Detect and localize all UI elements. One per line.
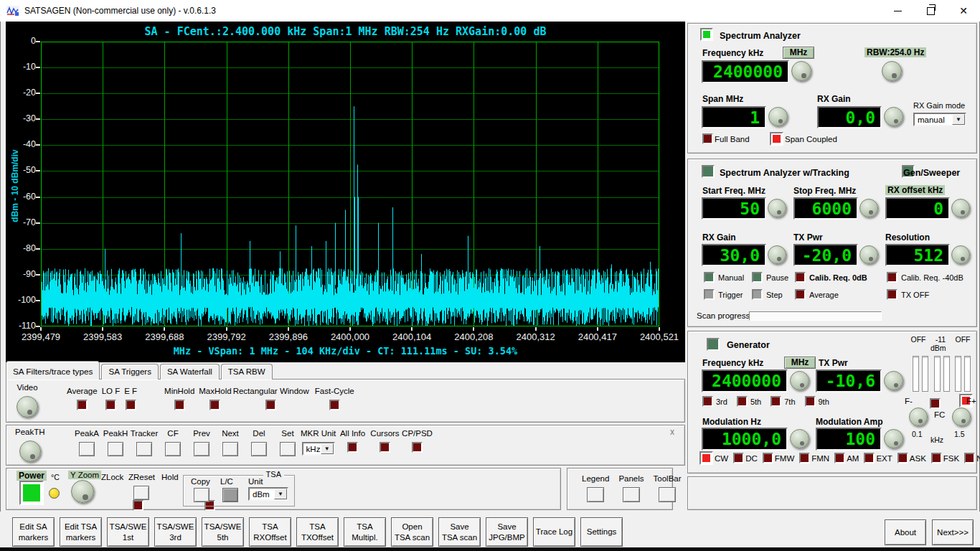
chevron-down-icon[interactable]: ▼: [274, 489, 287, 499]
panel-close-button[interactable]: x: [670, 427, 674, 437]
rx-offset-display[interactable]: 0: [885, 197, 950, 220]
modulation-led[interactable]: [897, 453, 908, 463]
modulation-checkbox[interactable]: NPR: [964, 453, 980, 463]
view-toggle-button[interactable]: [623, 487, 640, 502]
marker-button[interactable]: [194, 442, 209, 456]
toolbar-button[interactable]: Edit TSA markers: [60, 517, 102, 547]
filter-checkbox[interactable]: E F: [124, 387, 137, 410]
tab[interactable]: SA Waterfall: [160, 364, 220, 380]
marker-button[interactable]: [79, 442, 95, 456]
harmonic-checkbox[interactable]: 9th: [805, 396, 829, 407]
power-button[interactable]: [19, 481, 44, 505]
tsa-mode-checkbox[interactable]: TX OFF: [887, 289, 971, 300]
toolbar-right-button[interactable]: About: [885, 519, 926, 545]
gen-mhz-button[interactable]: MHz: [784, 357, 816, 369]
filter-checkbox[interactable]: MinHold: [164, 387, 194, 410]
f-minus-led[interactable]: [930, 398, 941, 409]
filter-led[interactable]: [126, 400, 136, 410]
marker-button[interactable]: [165, 442, 181, 456]
harmonic-led[interactable]: [805, 396, 816, 407]
harmonic-checkbox[interactable]: 5th: [737, 396, 761, 407]
spectrum-plot[interactable]: [41, 42, 659, 326]
span-coupled-led[interactable]: [770, 132, 783, 146]
frequency-mhz-button[interactable]: MHz: [783, 47, 814, 59]
tsa-mode-led[interactable]: [795, 272, 806, 283]
modulation-checkbox[interactable]: AM: [834, 453, 859, 463]
span-knob[interactable]: [768, 107, 788, 126]
level-slider-1[interactable]: [913, 356, 928, 392]
modulation-checkbox[interactable]: EXT: [864, 453, 892, 463]
tsa-mode-checkbox[interactable]: Step: [752, 289, 795, 300]
marker-button[interactable]: [251, 442, 267, 456]
f-step-left-knob[interactable]: [909, 408, 928, 426]
rx-gain-mode-select[interactable]: manual ▼: [913, 113, 966, 126]
full-band-checkbox[interactable]: Full Band: [702, 133, 750, 144]
tsa-mode-checkbox[interactable]: Manual: [704, 272, 752, 283]
toolbar-button[interactable]: Settings: [580, 517, 623, 547]
full-band-led[interactable]: [702, 133, 713, 144]
spectrum-analyzer-enable-led[interactable]: [700, 28, 713, 41]
toolbar-button[interactable]: TSA Multipl.: [344, 517, 386, 547]
toolbar-button[interactable]: Edit SA markers: [12, 517, 55, 547]
close-button[interactable]: ✕: [947, 0, 980, 22]
f-step-right-knob[interactable]: [952, 408, 971, 426]
modulation-hz-knob[interactable]: [790, 429, 809, 448]
frequency-knob[interactable]: [791, 61, 811, 81]
modulation-led[interactable]: [763, 453, 773, 463]
toolbar-button[interactable]: TSA/SWE 5th: [202, 517, 244, 547]
start-freq-knob[interactable]: [768, 199, 786, 217]
modulation-amp-knob[interactable]: [884, 429, 903, 448]
chevron-down-icon[interactable]: ▼: [952, 114, 965, 125]
mkr-unit-select[interactable]: kHz ▼: [302, 442, 335, 456]
resolution-display[interactable]: 512: [885, 244, 950, 266]
generator-enable-led[interactable]: [707, 338, 720, 351]
view-toggle-button[interactable]: [659, 487, 676, 502]
tsa-mode-checkbox[interactable]: Calib. Req. 0dB: [795, 272, 887, 283]
modulation-checkbox[interactable]: FSK: [931, 453, 959, 463]
chevron-down-icon[interactable]: ▼: [321, 443, 334, 454]
filter-led[interactable]: [265, 400, 276, 410]
unit-select[interactable]: dBm ▼: [248, 487, 288, 501]
gen-frequency-knob[interactable]: [790, 371, 809, 390]
modulation-checkbox[interactable]: ASK: [897, 453, 926, 463]
rx-gain-display[interactable]: 0,0: [817, 106, 882, 128]
rx-gain-knob[interactable]: [884, 107, 903, 126]
toolbar-button[interactable]: Open TSA scan: [391, 517, 433, 547]
stop-freq-display[interactable]: 6000: [793, 197, 858, 220]
y-zoom-knob[interactable]: [71, 480, 94, 503]
tab[interactable]: TSA RBW: [221, 364, 273, 380]
tsa-mode-led[interactable]: [795, 289, 806, 300]
tsa-mode-checkbox[interactable]: Trigger: [704, 289, 752, 300]
marker-button[interactable]: [280, 442, 296, 456]
filter-led[interactable]: [77, 400, 88, 410]
start-freq-display[interactable]: 50: [702, 197, 766, 220]
modulation-led[interactable]: [864, 453, 875, 463]
filter-led[interactable]: [329, 400, 340, 410]
view-toggle-button[interactable]: [587, 487, 604, 502]
stop-freq-knob[interactable]: [859, 199, 878, 217]
tracking-enable-led[interactable]: [702, 165, 715, 178]
modulation-led[interactable]: [799, 453, 810, 463]
marker-button[interactable]: [108, 442, 123, 456]
filter-led[interactable]: [105, 400, 116, 410]
toolbar-right-button[interactable]: Next>>>: [932, 519, 974, 545]
filter-led[interactable]: [209, 400, 220, 410]
filter-led[interactable]: [174, 400, 185, 410]
marker-check-led[interactable]: [347, 442, 358, 453]
tsa-mode-checkbox[interactable]: Calib. Req. -40dB: [887, 272, 971, 283]
resolution-knob[interactable]: [951, 245, 970, 264]
tsa-tx-pwr-knob[interactable]: [859, 245, 878, 264]
span-coupled-checkbox[interactable]: Span Coupled: [770, 132, 837, 146]
harmonic-led[interactable]: [737, 396, 748, 407]
filter-checkbox[interactable]: Rectangular Window: [233, 387, 309, 410]
modulation-led[interactable]: [964, 453, 975, 463]
toolbar-button[interactable]: Save TSA scan: [438, 517, 481, 547]
restore-button[interactable]: [914, 0, 947, 22]
harmonic-led[interactable]: [702, 396, 713, 407]
level-slider-3[interactable]: [955, 356, 971, 392]
tsa-mode-led[interactable]: [752, 272, 763, 283]
modulation-checkbox[interactable]: FMW: [763, 453, 794, 463]
marker-check-led[interactable]: [380, 442, 390, 453]
tsa-tx-pwr-display[interactable]: -20,0: [793, 244, 858, 266]
tsa-mode-led[interactable]: [887, 289, 897, 300]
